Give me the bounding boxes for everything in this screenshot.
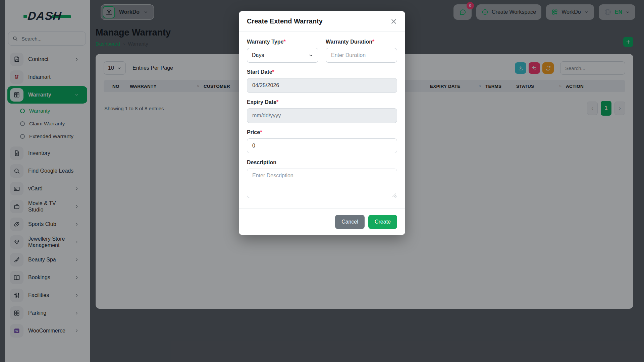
app-screen: DASH ContractMIndiamartWarrantyWarrantyC… (0, 0, 644, 362)
close-icon[interactable] (390, 18, 397, 25)
warranty-type-select[interactable]: Days (247, 48, 318, 63)
start-date-label: Start Date* (247, 69, 397, 75)
warranty-duration-input[interactable] (326, 48, 397, 63)
modal-footer: Cancel Create (239, 208, 405, 235)
expiry-date-label: Expiry Date* (247, 99, 397, 105)
start-date-input[interactable] (247, 78, 397, 93)
modal-title: Create Extend Warranty (247, 17, 323, 25)
price-input[interactable] (247, 138, 397, 153)
create-button[interactable]: Create (368, 215, 397, 229)
chevron-down-icon (308, 53, 313, 58)
price-label: Price* (247, 129, 397, 135)
modal-body: Warranty Type* Days Warranty Duration* S… (239, 32, 405, 206)
modal-header: Create Extend Warranty (239, 11, 405, 32)
description-textarea[interactable] (247, 169, 397, 198)
warranty-type-value: Days (252, 52, 264, 58)
create-extend-warranty-modal: Create Extend Warranty Warranty Type* Da… (239, 11, 405, 235)
warranty-duration-label: Warranty Duration* (326, 39, 397, 45)
expiry-date-input[interactable] (247, 108, 397, 123)
cancel-button[interactable]: Cancel (335, 215, 365, 229)
warranty-type-label: Warranty Type* (247, 39, 318, 45)
description-label: Description (247, 160, 397, 166)
